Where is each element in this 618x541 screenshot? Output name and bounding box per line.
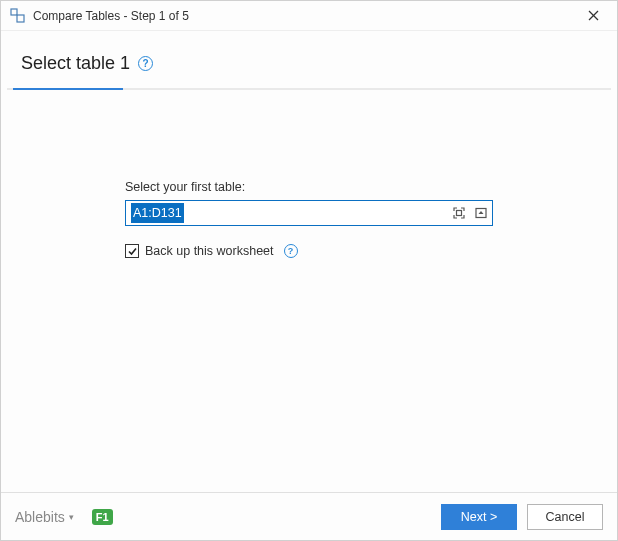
collapse-dialog-icon[interactable]	[470, 202, 492, 224]
footer: Ablebits ▾ F1 Next > Cancel	[1, 492, 617, 540]
backup-checkbox[interactable]	[125, 244, 139, 258]
svg-rect-0	[11, 9, 17, 15]
range-input-selected-text: A1:D131	[131, 203, 184, 223]
wizard-progress-active	[13, 88, 123, 90]
backup-checkbox-label: Back up this worksheet	[145, 244, 274, 258]
help-icon[interactable]: ?	[284, 244, 298, 258]
heading-text: Select table 1	[21, 53, 130, 74]
titlebar: Compare Tables - Step 1 of 5	[1, 1, 617, 31]
range-input-value[interactable]: A1:D131	[126, 201, 448, 225]
backup-checkbox-row[interactable]: Back up this worksheet ?	[125, 244, 493, 258]
close-button[interactable]	[573, 2, 613, 30]
f1-help-button[interactable]: F1	[92, 509, 113, 525]
svg-rect-4	[457, 211, 462, 216]
select-range-icon[interactable]	[448, 202, 470, 224]
range-input[interactable]: A1:D131	[125, 200, 493, 226]
brand-dropdown[interactable]: Ablebits ▾	[15, 509, 74, 525]
app-icon	[9, 7, 27, 25]
main-content: Select your first table: A1:D131	[1, 90, 617, 492]
heading-area: Select table 1 ?	[1, 31, 617, 88]
wizard-progress	[7, 88, 611, 90]
form-block: Select your first table: A1:D131	[125, 180, 493, 258]
svg-rect-1	[17, 15, 24, 22]
brand-label: Ablebits	[15, 509, 65, 525]
range-field-label: Select your first table:	[125, 180, 493, 194]
chevron-down-icon: ▾	[69, 512, 74, 522]
page-heading: Select table 1 ?	[21, 53, 597, 74]
next-button[interactable]: Next >	[441, 504, 517, 530]
cancel-button[interactable]: Cancel	[527, 504, 603, 530]
help-icon[interactable]: ?	[138, 56, 153, 71]
window-title: Compare Tables - Step 1 of 5	[33, 9, 573, 23]
